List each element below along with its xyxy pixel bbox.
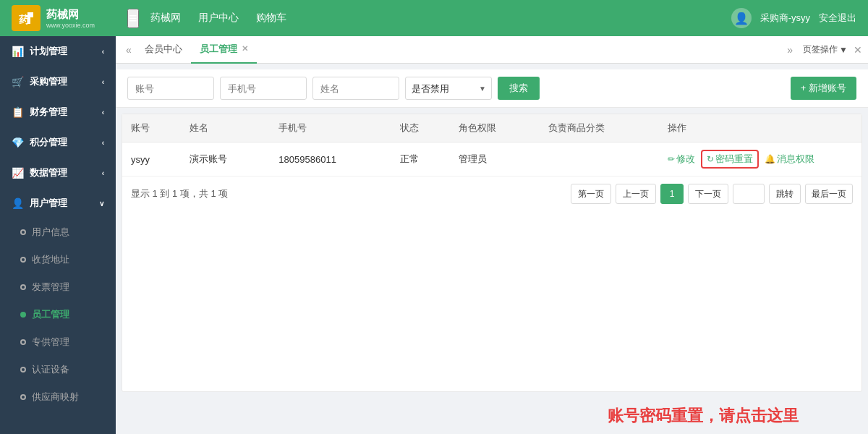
chevron-down-icon-tabs: ▼: [839, 45, 848, 55]
dot-icon-4: [20, 312, 26, 318]
action-buttons: ✏ 修改 ↻ 密码重置 🔔 消息权限: [668, 150, 853, 169]
bell-icon: 🔔: [765, 154, 775, 164]
jump-button[interactable]: 跳转: [769, 184, 801, 204]
annotation-area: 账号密码重置，请点击这里: [116, 398, 868, 434]
edit-icon: ✏: [668, 154, 675, 164]
cell-name: 演示账号: [181, 142, 270, 176]
account-search-input[interactable]: [127, 77, 214, 100]
purchase-icon: 🛒: [12, 76, 24, 88]
add-account-button[interactable]: + 新增账号: [791, 77, 856, 100]
col-header-role: 角色权限: [450, 114, 539, 142]
next-page-button[interactable]: 下一页: [688, 184, 728, 204]
nav-link-main[interactable]: 药械网: [150, 9, 181, 27]
tab-close-icon[interactable]: ✕: [242, 44, 248, 54]
sidebar-item-purchase[interactable]: 🛒 采购管理 ‹: [0, 67, 116, 97]
logo-icon: 药: [12, 5, 41, 31]
cell-actions: ✏ 修改 ↻ 密码重置 🔔 消息权限: [659, 142, 861, 176]
edit-label: 修改: [676, 153, 695, 166]
sidebar-sub-item-invoice[interactable]: 发票管理: [0, 273, 116, 301]
sidebar-item-plan-label: 计划管理: [30, 45, 67, 58]
notify-button[interactable]: 🔔 消息权限: [765, 153, 814, 166]
cell-account: ysyy: [122, 142, 181, 176]
refresh-icon: ↻: [707, 154, 714, 164]
logout-button[interactable]: 安全退出: [819, 12, 856, 25]
prev-page-button[interactable]: 上一页: [616, 184, 656, 204]
finance-icon: 📋: [12, 106, 24, 118]
tab-next-button[interactable]: »: [783, 44, 797, 56]
table-header-row: 账号 姓名 手机号 状态 角色权限 负责商品分类 操作: [122, 114, 861, 142]
page-jump-input[interactable]: [733, 184, 765, 204]
sidebar-item-points-label: 积分管理: [30, 136, 67, 149]
chevron-right-icon-2: ‹: [102, 78, 104, 86]
dot-icon-5: [20, 339, 26, 345]
current-page-button[interactable]: 1: [660, 184, 684, 204]
avatar: 👤: [731, 8, 752, 28]
last-page-button[interactable]: 最后一页: [805, 184, 853, 204]
top-navigation: 药 药械网 www.yooxie.com ≡ 药械网 用户中心 购物车 👤 采购…: [0, 0, 868, 36]
user-name: 采购商-ysyy: [760, 12, 810, 25]
nav-link-user-center[interactable]: 用户中心: [198, 9, 239, 27]
pagination-info: 显示 1 到 1 项，共 1 项: [131, 187, 228, 200]
sidebar-item-finance[interactable]: 📋 财务管理 ‹: [0, 97, 116, 127]
col-header-category: 负责商品分类: [540, 114, 659, 142]
pagination: 显示 1 到 1 项，共 1 项 第一页 上一页 1 下一页 跳转 最后一页: [122, 176, 861, 211]
col-header-name: 姓名: [181, 114, 270, 142]
sidebar-item-purchase-label: 采购管理: [30, 75, 67, 88]
dot-icon-2: [20, 257, 26, 263]
sidebar-sub-item-employee[interactable]: 员工管理: [0, 301, 116, 328]
tab-member-center-label: 会员中心: [145, 43, 182, 56]
points-icon: 💎: [12, 137, 24, 148]
chevron-right-icon: ‹: [102, 48, 104, 56]
hamburger-button[interactable]: ≡: [127, 9, 139, 28]
col-header-account: 账号: [122, 114, 181, 142]
tab-prev-button[interactable]: «: [122, 44, 136, 56]
edit-button[interactable]: ✏ 修改: [668, 153, 695, 166]
logo-sub: www.yooxie.com: [46, 22, 95, 29]
tab-page-ops-label: 页签操作: [803, 43, 838, 56]
col-header-phone: 手机号: [270, 114, 391, 142]
sidebar-item-data[interactable]: 📈 数据管理 ‹: [0, 158, 116, 188]
tab-right-area: » 页签操作 ▼ ✕: [783, 43, 862, 56]
first-page-button[interactable]: 第一页: [571, 184, 611, 204]
phone-search-input[interactable]: [220, 77, 307, 100]
sidebar-sub-item-address-label: 收货地址: [32, 253, 69, 266]
status-select[interactable]: 是否禁用 启用 禁用: [405, 77, 492, 100]
sidebar-item-user-mgmt[interactable]: 👤 用户管理 ∨: [0, 188, 116, 218]
data-icon: 📈: [12, 167, 24, 179]
tab-member-center[interactable]: 会员中心: [136, 36, 191, 64]
chevron-right-icon-3: ‹: [102, 109, 104, 116]
sidebar-sub-item-address[interactable]: 收货地址: [0, 246, 116, 273]
sidebar-item-points[interactable]: 💎 积分管理 ‹: [0, 127, 116, 158]
sidebar-sub-item-mapping[interactable]: 供应商映射: [0, 383, 116, 411]
name-search-input[interactable]: [312, 77, 399, 100]
sidebar: 📊 计划管理 ‹ 🛒 采购管理 ‹ 📋 财务管理 ‹ 💎 积分管理 ‹ 📈 数据…: [0, 36, 116, 434]
sidebar-sub-item-invoice-label: 发票管理: [32, 281, 69, 294]
sidebar-sub-item-device[interactable]: 认证设备: [0, 356, 116, 383]
user-mgmt-icon: 👤: [12, 197, 24, 209]
tab-bar: « 会员中心 员工管理 ✕ » 页签操作 ▼ ✕: [116, 36, 868, 64]
search-button[interactable]: 搜索: [498, 77, 540, 100]
chevron-right-icon-5: ‹: [102, 169, 104, 177]
sidebar-sub-item-user-info[interactable]: 用户信息: [0, 218, 116, 246]
sidebar-item-plan[interactable]: 📊 计划管理 ‹: [0, 36, 116, 67]
svg-rect-2: [26, 15, 33, 17]
logo-area: 药 药械网 www.yooxie.com: [12, 5, 127, 31]
sidebar-sub-item-supplier[interactable]: 专供管理: [0, 328, 116, 356]
dot-icon-7: [20, 394, 26, 400]
status-select-wrapper: 是否禁用 启用 禁用 ▼: [405, 77, 492, 100]
table-wrapper: 账号 姓名 手机号 状态 角色权限 负责商品分类 操作 ysyy 演示账号 18…: [122, 114, 862, 392]
cell-status: 正常: [391, 142, 450, 176]
tab-page-ops-button[interactable]: 页签操作 ▼: [803, 43, 848, 56]
main-layout: 📊 计划管理 ‹ 🛒 采购管理 ‹ 📋 财务管理 ‹ 💎 积分管理 ‹ 📈 数据…: [0, 36, 868, 434]
logo-text: 药械网: [46, 8, 95, 22]
nav-links: 药械网 用户中心 购物车: [150, 9, 731, 27]
reset-password-button[interactable]: ↻ 密码重置: [701, 150, 759, 169]
tab-employee-mgmt[interactable]: 员工管理 ✕: [191, 36, 257, 64]
nav-link-cart[interactable]: 购物车: [256, 9, 286, 27]
dot-icon-6: [20, 367, 26, 373]
col-header-operations: 操作: [659, 114, 861, 142]
cell-role: 管理员: [450, 142, 539, 176]
tab-close-all-button[interactable]: ✕: [854, 44, 862, 56]
notify-label: 消息权限: [777, 153, 814, 166]
annotation-text: 账号密码重置，请点击这里: [608, 405, 842, 427]
